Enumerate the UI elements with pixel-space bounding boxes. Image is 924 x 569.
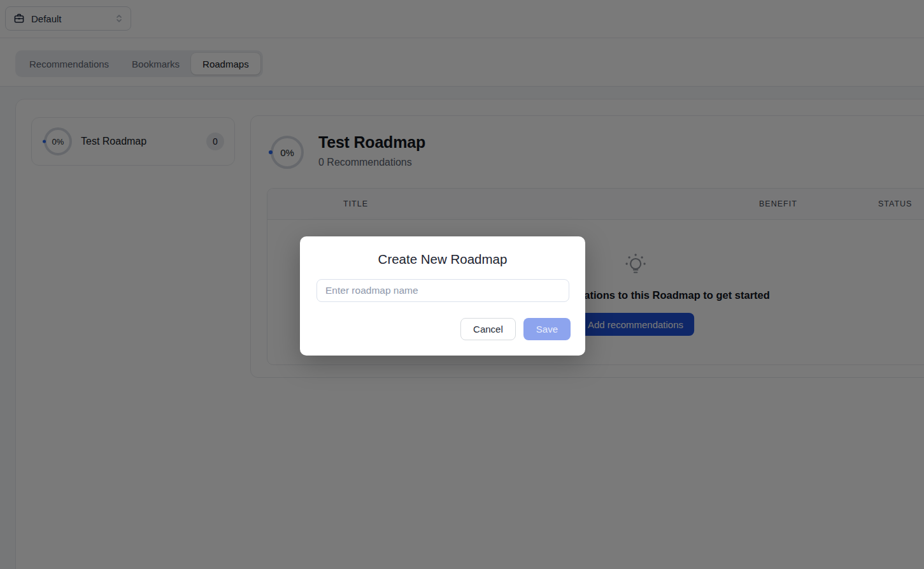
- create-roadmap-modal: Create New Roadmap Cancel Save: [300, 236, 585, 356]
- cancel-button[interactable]: Cancel: [460, 318, 516, 340]
- save-button[interactable]: Save: [523, 318, 571, 340]
- roadmap-name-input[interactable]: [316, 279, 569, 302]
- modal-title: Create New Roadmap: [300, 252, 585, 267]
- modal-actions: Cancel Save: [460, 318, 571, 340]
